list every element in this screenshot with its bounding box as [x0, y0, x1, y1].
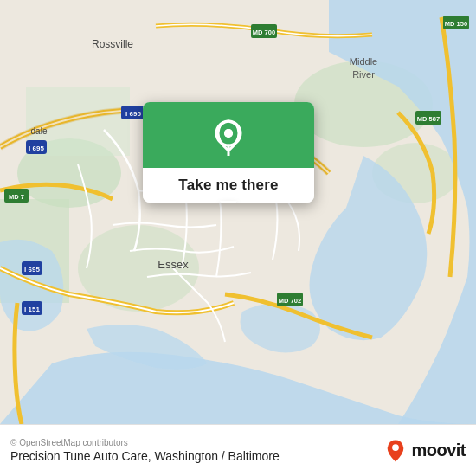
- map-svg: I 695 I 695 I 695 I 151 MD 700 MD 150 MD…: [0, 0, 476, 424]
- moovit-pin-icon: [383, 439, 408, 463]
- footer-bar: © OpenStreetMap contributors Precision T…: [0, 424, 476, 476]
- svg-text:MD 7: MD 7: [9, 193, 24, 201]
- location-pin-icon: [209, 118, 248, 156]
- svg-text:River: River: [352, 69, 375, 80]
- location-title: Precision Tune Auto Care, Washington / B…: [10, 449, 280, 463]
- svg-text:I 695: I 695: [24, 266, 40, 273]
- popup-header: [143, 102, 314, 168]
- svg-text:MD 150: MD 150: [445, 20, 467, 28]
- svg-text:MD 700: MD 700: [253, 29, 275, 36]
- svg-point-33: [393, 444, 400, 451]
- svg-text:dale: dale: [31, 126, 48, 136]
- svg-point-32: [224, 129, 233, 138]
- svg-text:MD 702: MD 702: [279, 297, 301, 305]
- location-popup: Take me there: [143, 102, 314, 203]
- map-view: I 695 I 695 I 695 I 151 MD 700 MD 150 MD…: [0, 0, 476, 424]
- moovit-logo-area: moovit: [383, 439, 466, 463]
- popup-tail: [220, 201, 237, 203]
- svg-text:Rossville: Rossville: [92, 38, 133, 50]
- svg-text:I 151: I 151: [24, 306, 40, 313]
- moovit-brand-text: moovit: [411, 441, 466, 460]
- svg-text:Middle: Middle: [350, 56, 377, 67]
- copyright-text: © OpenStreetMap contributors: [10, 438, 280, 447]
- svg-text:I 695: I 695: [125, 110, 141, 118]
- svg-text:MD 587: MD 587: [417, 115, 440, 123]
- footer-info: © OpenStreetMap contributors Precision T…: [10, 438, 280, 463]
- svg-text:Essex: Essex: [158, 258, 189, 271]
- svg-text:I 695: I 695: [29, 145, 44, 152]
- take-me-there-button[interactable]: Take me there: [143, 168, 314, 203]
- moovit-logo: moovit: [383, 439, 466, 463]
